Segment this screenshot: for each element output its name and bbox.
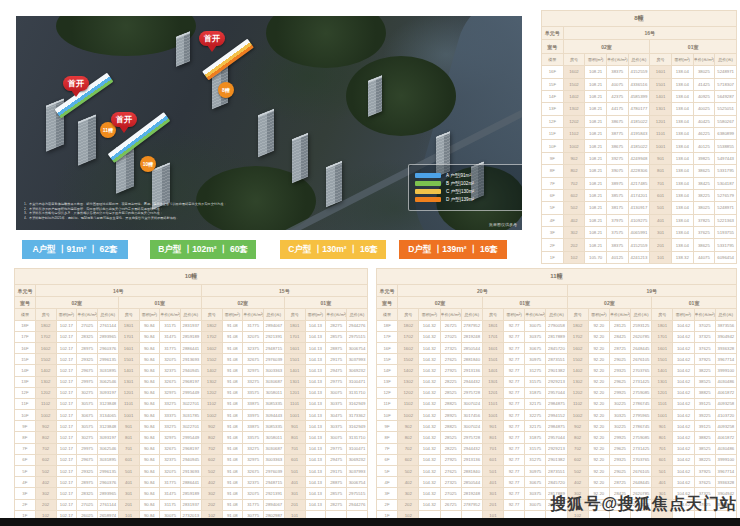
total-price-cell: 2786745 [631,421,652,432]
area-cell: 92.20 [588,342,609,353]
area-cell: 92.77 [504,320,525,331]
room-no-cell: 702 [567,443,588,454]
building-shape [292,133,308,183]
room-name: 02室 [201,297,284,309]
total-price-cell: 3031895 [98,454,119,465]
trees-shape [56,16,196,56]
area-cell: 90.84 [139,499,160,510]
table-row: 18F1802102.17270252761144180190.84311752… [15,320,368,331]
room-no-cell: 901 [482,421,503,432]
room-no-cell: 1701 [652,331,673,342]
area-cell: 102.17 [56,488,77,499]
total-price-cell: 4241213 [628,251,650,263]
total-price-cell: 4065991 [628,227,650,239]
table-row: 15F1502104.32276252881840150192.77309752… [377,354,737,365]
floor-cell: 2F [15,499,36,510]
total-price-cell: 2921391 [264,331,285,342]
floor-cell: 17F [15,331,36,342]
legend-label: D 户型|139m² [446,197,474,202]
floor-cell: 8F [542,165,564,177]
room-no-cell: 1702 [201,331,222,342]
area-cell: 104.32 [419,477,440,488]
unit-price-cell: 27025 [440,331,461,342]
total-price-cell: 5248971 [715,66,737,78]
room-no-cell: 1202 [398,387,419,398]
unit-price-cell: 39275 [606,152,628,164]
floor-cell: 4F [15,477,36,488]
total-price-cell: 2676105 [631,354,652,365]
total-price-cell: 3100471 [347,376,368,387]
unit-price-cell: 31875 [525,387,546,398]
unit-price-cell: 27625 [440,466,461,477]
area-cell: 104.32 [419,454,440,465]
unit-price-cell: 29675 [77,454,98,465]
area-cell: 92.77 [504,331,525,342]
table-row: 14F1402104.32279252913136140192.77312752… [377,365,737,376]
area-cell: 92.77 [504,398,525,409]
column-header: 房号 [482,309,503,320]
unit-price-cell: 32975 [160,432,181,443]
floor-cell: 16F [542,66,564,78]
room-no-cell: 602 [398,454,419,465]
total-price-cell: 2676105 [631,466,652,477]
room-no-cell: 801 [118,432,139,443]
total-price-cell: 4061872 [715,387,736,398]
unit-price-cell: 41425 [693,78,715,90]
room-no-cell: 1802 [201,320,222,331]
area-cell: 108.21 [585,78,607,90]
table-row: 17F1702104.32270252819248170192.77303752… [377,331,737,342]
trees-shape [266,16,386,68]
room-no-cell: 1602 [201,342,222,353]
total-price-cell: 5193755 [715,227,737,239]
area-cell: 92.20 [588,320,609,331]
price-table: 10幢单元号14号15号室号02室01室02室01室楼层房号面积(m²)单价(元… [14,268,368,522]
area-cell: 138.04 [671,239,693,251]
room-no-cell: 402 [35,477,56,488]
unit-price-cell: 30575 [77,421,98,432]
total-price-cell: 4336516 [628,78,650,90]
unit-price-cell: 33575 [243,432,264,443]
unit-price-cell: 28225 [440,376,461,387]
total-price-cell: 2921391 [264,488,285,499]
building-shape [368,75,382,117]
room-no-cell: 901 [284,421,305,432]
area-cell: 91.08 [222,421,243,432]
column-header-row: 楼层房号面积(m²)单价(元/m²)总价(元)房号面积(m²)单价(元/m²)总… [15,309,368,320]
floor-cell: 6F [15,454,36,465]
total-price-cell: 3131710 [347,387,368,398]
total-price-cell: 6380899 [715,128,737,140]
unit-price-cell: 37025 [694,320,715,331]
area-cell: 104.13 [305,499,326,510]
area-cell: 92.20 [588,421,609,432]
room-no-cell: 801 [652,432,673,443]
unit-label: 单元号 [542,27,564,40]
floor-cell: 10F [542,140,564,152]
room-name: 02室 [398,297,483,309]
unit-price-cell: 30375 [326,421,347,432]
unit-price-cell: 39125 [694,421,715,432]
area-cell: 138.04 [671,140,693,152]
total-price-cell: 2790058 [546,320,567,331]
unit-price-cell: 31575 [525,443,546,454]
area-cell: 91.08 [222,387,243,398]
unit-price-cell: 28825 [440,421,461,432]
room-no-cell: 701 [284,443,305,454]
unit-price-cell: 33275 [243,443,264,454]
table-row: 4F402108.21379754109275401138.0437825522… [542,214,737,226]
room-no-cell: 302 [563,227,585,239]
total-price-cell: 5304187 [715,177,737,189]
column-header: 单价(元/m²) [694,309,715,320]
room-no-cell: 1302 [35,376,56,387]
unit-price-cell: 28525 [440,387,461,398]
room-no-cell: 202 [398,499,419,510]
area-cell: 91.08 [222,365,243,376]
floor-cell: 17F [377,331,398,342]
room-no-cell: 101 [650,251,672,263]
unit-price-cell: 29975 [77,443,98,454]
unit-price-cell: 30275 [77,387,98,398]
table-title-row: 10幢 [15,269,368,285]
unit-price-cell: 42375 [606,90,628,102]
area-cell: 138.04 [671,202,693,214]
floor-cell: 10F [15,410,36,421]
room-no-cell: 501 [652,466,673,477]
